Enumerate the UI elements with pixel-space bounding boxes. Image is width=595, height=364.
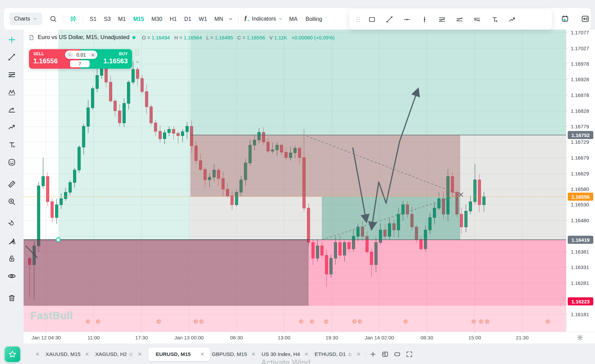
lot-minus-button[interactable]: − <box>66 52 73 58</box>
close-tab-button[interactable]: ✕ <box>200 351 205 357</box>
timeframe-row: S1S3M1M15M30H1D1W1MN <box>87 14 226 24</box>
sidebar-magnet-mode[interactable] <box>4 216 20 231</box>
tab-xagusd[interactable]: XAGUSD, H2 <box>95 351 133 357</box>
sidebar-channel-tools[interactable] <box>4 67 20 82</box>
chart-area[interactable]: Euro vs US Dollar, M15, Unadjusted O = 1… <box>24 30 566 332</box>
tab-gbpusd[interactable]: GBPUSD, M15 <box>212 351 247 357</box>
symbol-title[interactable]: Euro vs US Dollar, M15, Unadjusted <box>38 34 129 41</box>
minimize-button[interactable] <box>391 348 403 360</box>
symbol-flag-icon <box>28 34 35 41</box>
divider <box>45 351 45 358</box>
timeframe-w1[interactable]: W1 <box>196 14 210 24</box>
drawing-sidebar <box>0 31 24 307</box>
timeframe-dropdown-button[interactable] <box>226 12 235 25</box>
sidebar-text-tools[interactable] <box>4 137 20 153</box>
sidebar-zoom-tool[interactable] <box>4 194 20 209</box>
favorites-star-button[interactable] <box>5 346 20 362</box>
settings-gear-icon[interactable] <box>576 334 584 341</box>
tool-channel-falling[interactable] <box>468 12 486 27</box>
timeframe-m1[interactable]: M1 <box>115 14 129 24</box>
text-tool-icon <box>491 15 499 24</box>
add-chart-button[interactable] <box>367 348 379 360</box>
price-tick: 1.16679 <box>566 155 595 161</box>
tool-rectangle-tool[interactable] <box>363 12 381 27</box>
lock-text-icon <box>7 254 16 263</box>
pattern-icon <box>7 88 16 97</box>
economic-calendar-button[interactable] <box>559 12 571 25</box>
timeframe-s1[interactable]: S1 <box>87 14 99 24</box>
lot-plus-button[interactable]: + <box>90 52 96 58</box>
price-tick: 1.16779 <box>566 124 595 129</box>
compare-symbol-button[interactable] <box>67 12 80 25</box>
tool-zigzag-arrow[interactable] <box>503 12 521 27</box>
chevron-down-icon[interactable] <box>135 59 140 65</box>
tool-channel-fib[interactable] <box>433 12 451 27</box>
timeframe-h1[interactable]: H1 <box>167 14 180 24</box>
divider <box>238 14 239 23</box>
price-tick: 1.16828 <box>566 108 595 114</box>
time-label: Jan 13 00:00 <box>175 335 204 340</box>
copyright-mark: © <box>546 319 550 325</box>
close-tab-button[interactable]: ✕ <box>35 351 40 357</box>
tab-ethusd[interactable]: ETHUSD, D1 <box>315 351 352 357</box>
collapse-panel-button[interactable] <box>579 12 592 25</box>
sidebar-trend-tools[interactable] <box>4 120 20 135</box>
time-tick <box>475 332 475 333</box>
copyright-mark: © <box>324 319 328 325</box>
tool-channel-rising[interactable] <box>451 12 468 27</box>
sidebar-stay-in-drawing-mode[interactable] <box>4 233 20 249</box>
time-axis[interactable]: Jan 12 04:3011:0017:30Jan 13 00:0006:301… <box>24 332 595 343</box>
timeframe-mn[interactable]: MN <box>212 14 226 24</box>
quick-indicator-ma[interactable]: MA <box>289 16 298 22</box>
lot-size-value[interactable]: 0.01 <box>76 52 86 58</box>
sidebar-forecast-tools[interactable] <box>4 102 20 118</box>
close-tab-button[interactable]: ✕ <box>251 351 256 357</box>
sidebar-pattern-tools[interactable] <box>4 85 20 100</box>
sidebar-line-tools[interactable] <box>4 49 20 65</box>
drag-handle-icon[interactable] <box>135 50 139 56</box>
fullscreen-button[interactable] <box>403 348 415 360</box>
symbol-search-button[interactable] <box>47 12 60 25</box>
close-tab-button[interactable]: ✕ <box>85 351 89 357</box>
timeframe-m30[interactable]: M30 <box>149 14 165 24</box>
sidebar-add-drawing[interactable] <box>4 32 20 47</box>
quick-indicator-bolling[interactable]: Bolling <box>306 16 322 22</box>
tab-xauusd[interactable]: XAUUSD, M15 <box>46 351 81 357</box>
time-label: Jan 12 04:30 <box>32 335 61 340</box>
divider <box>83 14 83 23</box>
sidebar-hide-drawings[interactable] <box>4 268 20 284</box>
copyright-mark: © <box>479 319 483 325</box>
trendline-icon <box>7 53 16 62</box>
tool-hline-tool[interactable] <box>398 12 416 27</box>
price-axis[interactable]: 1.170771.170271.169781.169281.168781.168… <box>566 30 595 332</box>
time-tick <box>332 332 332 333</box>
tab-us-30-index[interactable]: US 30 Index, H4 <box>262 351 300 357</box>
price-tick: 1.17077 <box>566 30 595 35</box>
tab-label: EURUSD, M15 <box>156 351 191 357</box>
close-tab-button[interactable]: ✕ <box>304 351 309 357</box>
layout-grid-icon <box>381 351 389 358</box>
price-tick: 1.16978 <box>566 61 595 67</box>
time-label: 08:30 <box>420 335 433 340</box>
timeframe-s3[interactable]: S3 <box>101 14 114 24</box>
charts-menu-button[interactable]: Charts <box>9 12 42 25</box>
tool-drag-handle[interactable] <box>353 12 363 27</box>
layout-button[interactable] <box>379 348 391 360</box>
tool-vline-tool[interactable] <box>416 12 433 27</box>
indicators-button[interactable]: ƒ+ Indicators <box>244 14 283 23</box>
sidebar-emoji-tools[interactable] <box>4 155 20 170</box>
candlestick-chart[interactable] <box>24 30 566 332</box>
tool-text-tool[interactable] <box>486 12 503 27</box>
timeframe-m15[interactable]: M15 <box>130 14 147 24</box>
tool-trendline-tool[interactable] <box>381 12 398 27</box>
close-tab-button[interactable]: ✕ <box>137 351 142 357</box>
time-label: 17:30 <box>135 335 148 340</box>
close-tab-button[interactable]: ✕ <box>356 351 361 357</box>
sidebar-measure-tool[interactable] <box>4 176 20 192</box>
sidebar-remove-drawings[interactable] <box>4 290 20 306</box>
tab-eurusd[interactable]: EURUSD, M15✕ <box>148 348 210 361</box>
fastbull-watermark: FastBull <box>30 310 73 322</box>
timeframe-d1[interactable]: D1 <box>181 14 194 24</box>
price-tick: 1.16878 <box>566 92 595 98</box>
sidebar-lock-drawings[interactable] <box>4 251 20 266</box>
